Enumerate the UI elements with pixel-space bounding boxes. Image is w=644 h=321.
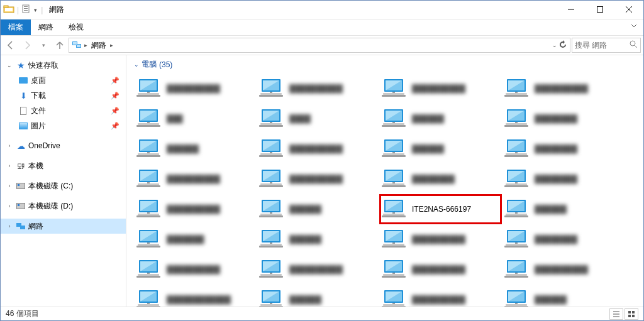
network-computer-item[interactable]: ████████ (502, 224, 625, 254)
network-computer-item[interactable]: ███████ (134, 224, 257, 254)
recent-dropdown-icon[interactable]: ▾ (36, 38, 51, 53)
network-location-icon (72, 40, 82, 52)
back-button[interactable] (3, 38, 18, 53)
tab-view[interactable]: 檢視 (61, 19, 91, 35)
collapse-group-icon[interactable]: ⌄ (134, 62, 139, 68)
network-computer-item[interactable]: ██████ (134, 134, 257, 164)
tree-quick-access[interactable]: ⌄ ★ 快速存取 (1, 58, 126, 73)
svg-rect-116 (383, 123, 404, 125)
svg-rect-83 (270, 182, 272, 183)
address-dropdown-icon[interactable]: ⌄ (552, 42, 557, 48)
tiles-view-button[interactable] (625, 308, 638, 320)
refresh-icon[interactable] (558, 40, 567, 51)
network-computer-item[interactable]: ██████████ (134, 254, 257, 285)
tree-network[interactable]: › 網路 (1, 219, 126, 234)
chevron-right-icon[interactable]: ▸ (110, 42, 113, 48)
svg-rect-192 (504, 306, 528, 307)
group-count: (35) (159, 60, 172, 69)
network-computer-item[interactable]: ██████████ (379, 224, 502, 254)
network-computer-item[interactable]: ████████ (502, 104, 625, 134)
network-computer-item[interactable]: ████████ (379, 164, 502, 194)
document-icon (20, 107, 26, 115)
network-computer-item[interactable]: ███ (134, 104, 257, 134)
svg-rect-41 (138, 214, 159, 215)
network-computer-item[interactable]: ████████████ (134, 285, 257, 307)
tree-label: 本機磁碟 (D:) (28, 201, 73, 212)
chevron-right-icon[interactable]: ▸ (84, 42, 87, 48)
svg-rect-136 (383, 244, 404, 246)
svg-rect-177 (504, 215, 528, 217)
computer-icon (382, 77, 407, 101)
network-computer-item[interactable]: ██████████ (134, 194, 257, 224)
network-computer-item[interactable]: ██████████ (379, 254, 502, 285)
computer-label: ██████ (289, 205, 321, 214)
network-computer-item[interactable]: ██████████ (502, 254, 625, 285)
properties-icon[interactable] (21, 4, 31, 16)
tree-this-pc[interactable]: › 🖳 本機 (1, 158, 126, 173)
tree-documents[interactable]: 文件 📌 (1, 103, 126, 118)
network-computer-item[interactable]: ██████████ (134, 73, 257, 104)
network-computer-item[interactable]: ██████████ (257, 134, 379, 164)
up-button[interactable] (52, 38, 67, 53)
network-computer-item[interactable]: ██████████ (257, 254, 379, 285)
search-input[interactable] (575, 41, 627, 50)
network-computer-item[interactable]: ██████ (379, 104, 502, 134)
close-button[interactable] (614, 1, 643, 19)
expand-icon[interactable]: › (6, 143, 13, 149)
svg-rect-147 (382, 306, 406, 307)
collapse-icon[interactable]: ⌄ (6, 62, 13, 68)
tab-network[interactable]: 網路 (31, 19, 61, 35)
forward-button[interactable] (19, 38, 35, 53)
details-view-button[interactable] (609, 308, 623, 320)
network-computer-item[interactable]: ██████████ (379, 73, 502, 104)
svg-rect-57 (136, 306, 160, 307)
expand-icon[interactable]: › (6, 163, 13, 169)
network-computer-item[interactable]: ██████████ (257, 73, 379, 104)
search-box[interactable] (572, 38, 641, 53)
tree-onedrive[interactable]: › ☁ OneDrive (1, 138, 126, 153)
computer-label: ██████████ (289, 265, 343, 274)
expand-icon[interactable]: › (6, 203, 13, 209)
computer-label: ████████ (535, 235, 577, 244)
minimize-button[interactable] (557, 1, 586, 19)
svg-rect-168 (515, 152, 518, 153)
breadcrumb[interactable]: 網路 (90, 40, 108, 51)
network-computer-item[interactable]: ██████████ (257, 164, 379, 194)
network-computer-item[interactable]: ██████ (257, 285, 379, 307)
network-computer-item[interactable]: ITE2NAS-666197 (379, 194, 502, 224)
qat-dropdown-icon[interactable]: ▾ (34, 7, 37, 13)
svg-rect-27 (136, 125, 160, 127)
network-computer-item[interactable]: ██████ (379, 134, 502, 164)
tree-local-c[interactable]: › 本機磁碟 (C:) (1, 178, 126, 193)
svg-rect-82 (259, 185, 283, 187)
computer-icon (259, 288, 284, 307)
group-header[interactable]: ⌄ 電腦 (35) (134, 58, 636, 73)
svg-rect-51 (138, 274, 159, 276)
tab-file[interactable]: 檔案 (1, 19, 31, 35)
network-computer-item[interactable]: ████████ (502, 164, 625, 194)
tree-local-d[interactable]: › 本機磁碟 (D:) (1, 199, 126, 214)
tree-pictures[interactable]: 圖片 📌 (1, 118, 126, 133)
computer-icon (136, 137, 162, 161)
tree-downloads[interactable]: ⬇下載 📌 (1, 88, 126, 103)
computer-icon (382, 288, 407, 307)
network-computer-item[interactable]: ████ (257, 104, 379, 134)
network-computer-item[interactable]: ██████ (502, 285, 625, 307)
item-view[interactable]: ⌄ 電腦 (35) ██████████ ███ ██████ ████████… (126, 55, 643, 307)
ribbon-expand-icon[interactable] (625, 19, 643, 35)
maximize-button[interactable] (586, 1, 614, 19)
svg-rect-133 (392, 212, 395, 214)
search-icon[interactable] (630, 40, 638, 50)
address-bar[interactable]: ▸ 網路 ▸ ⌄ (69, 38, 570, 53)
tree-desktop[interactable]: 桌面 📌 (1, 73, 126, 88)
network-computer-item[interactable]: ██████████ (379, 285, 502, 307)
network-computer-item[interactable]: ████████ (502, 134, 625, 164)
expand-icon[interactable]: › (6, 223, 13, 229)
network-computer-item[interactable]: ██████ (257, 194, 379, 224)
statusbar: 46 個項目 (1, 307, 643, 320)
network-computer-item[interactable]: ██████ (257, 224, 379, 254)
network-computer-item[interactable]: ██████████ (502, 73, 625, 104)
network-computer-item[interactable]: ██████ (502, 194, 625, 224)
network-computer-item[interactable]: ██████████ (134, 164, 257, 194)
expand-icon[interactable]: › (6, 183, 13, 189)
